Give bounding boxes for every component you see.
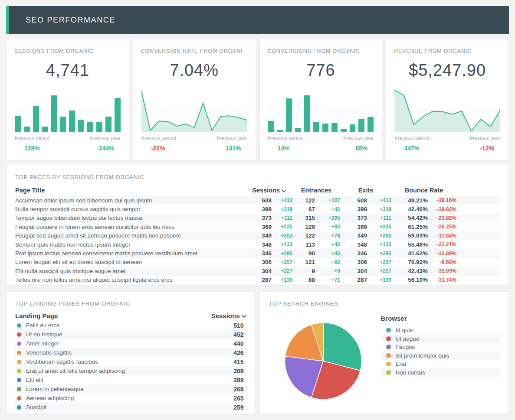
entrances-value: 67 xyxy=(292,206,315,212)
top-pages-panel: TOP PAGES BY SESSIONS FROM ORGANIC Page … xyxy=(6,165,509,285)
entrances-delta: +71 xyxy=(315,277,340,283)
page-title-cell: Lorem feugiat elit sit eu donec suscipit… xyxy=(15,259,246,265)
list-item: Amet integer440 xyxy=(15,339,246,348)
bar xyxy=(96,122,102,132)
entrances-value: 90 xyxy=(292,250,315,257)
list-item: Aenean adipiscing265 xyxy=(15,394,246,403)
bounce-rate-value: 61.25% xyxy=(391,224,428,230)
previous-year-value: 131% xyxy=(226,145,247,152)
series-color-dot xyxy=(17,351,21,355)
column-header-sessions[interactable]: Sessions xyxy=(211,312,246,319)
legend-color-dot xyxy=(386,353,391,358)
exits-delta: +295 xyxy=(367,251,391,257)
previous-period-value: 347% xyxy=(394,145,420,152)
exits-delta: +227 xyxy=(367,268,391,274)
sessions-value: 510 xyxy=(233,322,243,329)
exits-value: 373 xyxy=(340,215,367,221)
exits-delta: +139 xyxy=(367,277,391,283)
chevron-down-icon xyxy=(242,312,246,319)
bounce-rate-value: 59.03% xyxy=(391,232,428,239)
entrances-value: 129 xyxy=(292,224,315,230)
axis-baseline xyxy=(15,132,121,132)
area-chart-svg xyxy=(394,89,500,132)
report-header: SEO PERFORMANCE xyxy=(6,6,509,34)
sessions-value: 259 xyxy=(233,404,243,411)
entrances-delta: +78 xyxy=(315,233,340,239)
bar xyxy=(69,111,75,132)
bar xyxy=(350,124,356,132)
page-title-cell: Nulla tempor suscipit cursus sagittis qu… xyxy=(15,206,246,212)
table-row: Erat ipsum lectus aenean consectetur mat… xyxy=(15,249,500,257)
bounce-rate-delta: -22.21% xyxy=(428,241,456,247)
bar xyxy=(51,95,57,132)
exits-value: 304 xyxy=(340,268,367,274)
sessions-value: 268 xyxy=(233,386,243,393)
column-header-bounce-rate[interactable]: Bounce Rate xyxy=(391,187,456,194)
legend-item: Feugiat xyxy=(381,343,500,352)
sessions-delta: +111 xyxy=(272,215,292,221)
previous-year-label: Previous year xyxy=(90,136,120,141)
bar xyxy=(60,117,66,132)
previous-period-value: -22% xyxy=(141,145,165,152)
series-color-dot xyxy=(17,360,21,364)
bar xyxy=(87,122,93,132)
sessions-delta: +139 xyxy=(272,277,292,283)
series-color-dot xyxy=(17,323,21,328)
previous-year-value: 85% xyxy=(355,145,374,152)
bounce-rate-value: 41.62% xyxy=(391,250,428,257)
sessions-delta: +225 xyxy=(272,224,292,230)
sessions-delta: +133 xyxy=(272,241,292,247)
bar xyxy=(268,121,274,132)
previous-period-label: Previous period xyxy=(394,136,429,141)
search-engines-panel: TOP SEARCH ENGINES Browser Id quisUt aug… xyxy=(260,291,509,414)
legend-color-dot xyxy=(386,345,391,349)
legend-label: Non cursus xyxy=(396,369,425,376)
legend-color-dot xyxy=(386,370,391,375)
bar xyxy=(295,128,301,132)
legend-label: Ut augue xyxy=(396,335,420,342)
table-row: Nulla tempor suscipit cursus sagittis qu… xyxy=(15,205,500,213)
page-title-cell: Accumsan dolor ipsum sed bibendum dui qu… xyxy=(15,197,246,204)
legend-item: Non cursus xyxy=(381,368,500,377)
bar xyxy=(105,117,112,132)
area-chart-svg xyxy=(141,89,247,132)
exits-delta: +413 xyxy=(367,197,391,203)
bar xyxy=(15,116,21,132)
sessions-value: 349 xyxy=(246,232,272,239)
series-color-dot xyxy=(17,387,21,391)
gridline xyxy=(268,89,374,89)
bounce-rate-delta: -38.16% xyxy=(428,197,456,203)
column-header-sessions[interactable]: Sessions xyxy=(246,187,292,194)
previous-year-value: -12% xyxy=(480,145,500,152)
conversion-rate-area-chart xyxy=(141,89,247,132)
page-title-cell: Erat ipsum lectus aenean consectetur mat… xyxy=(15,250,246,257)
landing-page-label: Erat ut amet sit felis tempor adipiscing xyxy=(26,368,233,374)
previous-year-label: Previous year xyxy=(343,136,374,141)
entrances-delta: +42 xyxy=(315,241,340,247)
column-header-entrances[interactable]: Entrances xyxy=(292,187,340,194)
landing-pages-header-row: Landing Page Sessions xyxy=(15,310,246,321)
kpi-label: SESSIONS FROM ORGANIC xyxy=(14,48,121,54)
column-header-exits[interactable]: Exits xyxy=(340,187,391,194)
landing-page-label: Felis eu eros xyxy=(26,322,233,329)
entrances-value: 122 xyxy=(292,197,315,204)
kpi-card-row: SESSIONS FROM ORGANIC 4,741 Previous per… xyxy=(6,38,509,160)
bar xyxy=(277,130,283,132)
page-title-cell: Semper quis mattis non lectus ipsum inte… xyxy=(15,241,246,248)
kpi-label: CONVERSIONS FROM ORGANIC xyxy=(268,48,374,54)
exits-value: 349 xyxy=(340,232,367,239)
table-row: Feugiat sed augue amet sit aenean posuer… xyxy=(15,231,500,240)
previous-year-value: 244% xyxy=(99,145,121,152)
bar xyxy=(115,98,121,132)
column-header-page-title: Page Title xyxy=(15,187,246,194)
landing-page-label: Vestibulum sagittis faucibus xyxy=(26,358,233,365)
entrances-value: 122 xyxy=(292,232,315,239)
legend-body: Id quisUt augueFeugiatSit proin tempor q… xyxy=(381,326,500,377)
bar xyxy=(286,98,292,132)
bar xyxy=(341,129,347,132)
table-row: Tempor augue bibendum lectus dui lectus … xyxy=(15,214,500,222)
kpi-value: 7.04% xyxy=(141,61,248,80)
bounce-rate-delta: -31.74% xyxy=(428,277,456,283)
legend-label: Feugiat xyxy=(396,344,415,350)
list-item: Felis eu eros510 xyxy=(15,321,246,330)
